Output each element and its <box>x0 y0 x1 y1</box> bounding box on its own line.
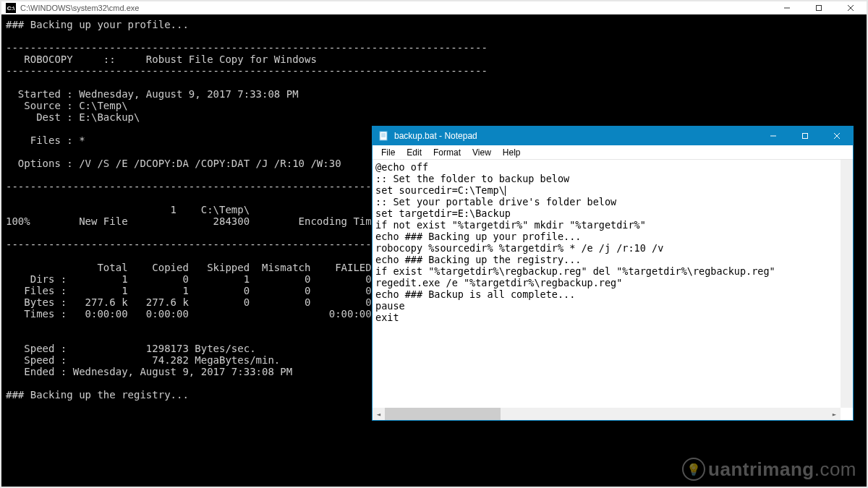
menu-format[interactable]: Format <box>427 146 467 159</box>
notepad-minimize-button[interactable] <box>757 127 789 145</box>
notepad-menubar: File Edit Format View Help <box>373 145 853 160</box>
scroll-thumb[interactable] <box>385 408 501 420</box>
svg-rect-1 <box>817 6 822 11</box>
svg-rect-4 <box>380 132 387 140</box>
svg-rect-9 <box>803 134 808 139</box>
text-cursor <box>505 186 506 196</box>
notepad-text-after: :: Set your portable drive's folder belo… <box>375 196 775 323</box>
menu-edit[interactable]: Edit <box>401 146 427 159</box>
minimize-button[interactable] <box>771 1 803 14</box>
notepad-window: backup.bat - Notepad File Edit Format Vi… <box>372 126 854 421</box>
cmd-titlebar[interactable]: C:\ C:\WINDOWS\system32\cmd.exe <box>1 1 867 14</box>
notepad-icon <box>378 131 388 141</box>
scroll-left-icon[interactable]: ◄ <box>373 408 385 420</box>
cmd-icon: C:\ <box>6 3 16 13</box>
scroll-right-icon[interactable]: ► <box>828 408 841 420</box>
notepad-scrollbar-vertical[interactable] <box>841 160 853 408</box>
menu-file[interactable]: File <box>375 146 401 159</box>
notepad-titlebar[interactable]: backup.bat - Notepad <box>373 127 853 145</box>
notepad-text-before: @echo off :: Set the folder to backup be… <box>375 161 569 196</box>
notepad-title: backup.bat - Notepad <box>394 131 757 141</box>
notepad-close-button[interactable] <box>821 127 853 145</box>
menu-help[interactable]: Help <box>497 146 527 159</box>
maximize-button[interactable] <box>803 1 835 14</box>
close-button[interactable] <box>835 1 867 14</box>
cmd-title: C:\WINDOWS\system32\cmd.exe <box>20 4 771 12</box>
menu-view[interactable]: View <box>467 146 497 159</box>
notepad-maximize-button[interactable] <box>789 127 821 145</box>
notepad-text-area[interactable]: @echo off :: Set the folder to backup be… <box>373 160 853 420</box>
notepad-scrollbar-horizontal[interactable]: ◄ ► <box>373 408 841 420</box>
